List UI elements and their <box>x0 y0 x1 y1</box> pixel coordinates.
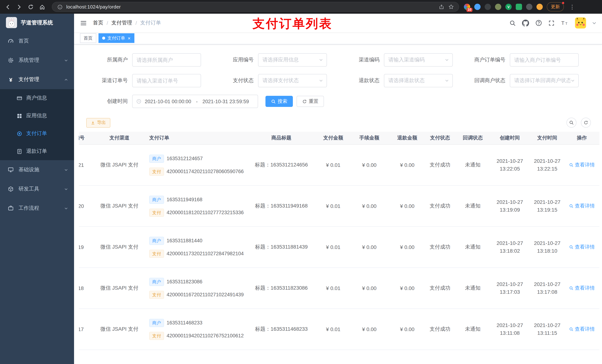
col-refund: 退款金额 <box>391 132 424 145</box>
pay-status-select[interactable]: 请选择支付状态 <box>258 74 327 87</box>
browser-extensions: 10 V 更新 ⋮ <box>464 2 575 11</box>
chevron-up-icon <box>64 77 68 82</box>
merchant-label: 所属商户 <box>92 57 132 63</box>
col-actions: 操作 <box>564 132 599 145</box>
sidebar-item-home[interactable]: 首页 <box>0 31 74 51</box>
breadcrumb-home[interactable]: 首页 <box>93 20 103 26</box>
callback-status-select[interactable]: 请选择订单回调商户状态 <box>510 74 579 87</box>
pay-status-label: 支付状态 <box>218 77 258 84</box>
sidebar-item-refund-order[interactable]: 退款订单 <box>0 142 74 160</box>
close-icon[interactable]: × <box>128 36 130 41</box>
sidebar-item-system[interactable]: 系统管理 <box>0 51 74 70</box>
col-fee: 手续金额 <box>348 132 391 145</box>
channel-code-select[interactable]: 请输入渠道编码 <box>384 53 453 67</box>
avatar[interactable] <box>575 17 586 29</box>
view-detail-link[interactable]: 查看详情 <box>569 244 595 250</box>
font-size-icon[interactable]: TT <box>561 20 569 26</box>
export-button[interactable]: 导出 <box>86 118 110 127</box>
sidebar-toggle-icon[interactable] <box>80 20 87 26</box>
site-info-icon[interactable] <box>57 3 63 10</box>
app-select[interactable]: 请选择应用信息 <box>258 53 327 67</box>
active-tab-dot <box>102 37 105 40</box>
breadcrumb-payment[interactable]: 支付管理 <box>111 20 132 26</box>
channel-code-label: 渠道编码 <box>344 57 384 63</box>
help-icon[interactable] <box>535 20 542 26</box>
back-icon[interactable] <box>4 3 11 10</box>
sidebar-item-dev-tools[interactable]: 研发工具 <box>0 179 74 199</box>
page-annotation: 支付订单列表 <box>252 16 333 32</box>
merchant-order-no-input[interactable] <box>510 53 579 67</box>
target-icon <box>16 131 22 136</box>
merchant-tag: 商户 <box>149 196 164 204</box>
view-detail-link[interactable]: 查看详情 <box>569 203 595 209</box>
breadcrumb-current: 支付订单 <box>140 20 161 26</box>
tab-pay-order[interactable]: 支付订单 × <box>98 33 134 43</box>
col-create-time: 创建时间 <box>489 132 530 145</box>
extension-icon-8[interactable] <box>537 4 543 10</box>
chevron-down-icon <box>445 58 449 62</box>
share-icon[interactable] <box>438 3 445 10</box>
fullscreen-icon[interactable] <box>548 20 555 26</box>
chevron-down-icon <box>64 206 68 210</box>
extension-icon-7[interactable] <box>526 4 532 10</box>
col-id: 编号 <box>79 132 93 145</box>
table-toolbar: 导出 <box>86 118 591 128</box>
browser-menu-icon[interactable]: ⋮ <box>570 3 575 10</box>
channel-order-no-input[interactable] <box>132 74 201 87</box>
view-detail-link[interactable]: 查看详情 <box>569 162 595 168</box>
refresh-button[interactable] <box>581 118 591 128</box>
extension-icon-5[interactable]: V <box>505 4 512 10</box>
view-detail-link[interactable]: 查看详情 <box>569 326 595 333</box>
sidebar-item-pay-order[interactable]: 支付订单 <box>0 125 74 142</box>
browser-update-button[interactable]: 更新 <box>547 2 564 11</box>
caret-down-icon[interactable] <box>592 22 596 24</box>
tags-view: 首页 支付订单 × <box>74 32 602 44</box>
view-detail-link[interactable]: 查看详情 <box>569 285 595 291</box>
toggle-search-button[interactable] <box>567 118 576 128</box>
search-icon[interactable] <box>509 20 516 26</box>
pay-tag: 支付 <box>149 167 164 176</box>
extension-icon-1[interactable]: 10 <box>464 4 470 10</box>
extension-icon-3[interactable] <box>485 4 491 10</box>
payment-submenu: 商户信息 应用信息 支付订单 <box>0 89 74 160</box>
forward-icon[interactable] <box>16 3 22 10</box>
extension-icon-4[interactable] <box>495 4 501 10</box>
extension-icon-2[interactable] <box>474 4 481 10</box>
tab-home[interactable]: 首页 <box>80 33 96 43</box>
table-header-row: 编号 支付渠道 支付订单 商品标题 支付金额 手续金额 退款金额 支付状态 回调… <box>79 132 599 145</box>
address-bar[interactable]: localhost:1024/pay/order <box>52 2 459 12</box>
col-amount: 支付金额 <box>318 132 348 145</box>
bookmark-star-icon[interactable] <box>448 3 454 10</box>
github-icon[interactable] <box>522 20 529 26</box>
sidebar-item-infrastructure[interactable]: 基础设施 <box>0 160 74 179</box>
col-title: 商品标题 <box>244 132 318 145</box>
browser-nav <box>4 3 45 10</box>
reload-icon[interactable] <box>27 3 34 10</box>
refund-status-select[interactable]: 请选择退款状态 <box>384 74 453 87</box>
logo-rabbit-icon <box>6 17 17 28</box>
sidebar-item-merchant-info[interactable]: 商户信息 <box>0 89 74 107</box>
grid-icon <box>16 113 22 119</box>
create-time-range-input[interactable]: 2021-10-01 00:00:00 - 2021-10-31 23:59:5… <box>132 95 258 108</box>
cube-icon <box>7 186 14 192</box>
extension-icon-6[interactable] <box>516 4 522 10</box>
app-label: 应用编号 <box>218 57 258 63</box>
navbar-actions: TT <box>509 17 596 29</box>
url-text[interactable]: localhost:1024/pay/order <box>66 4 435 10</box>
toolbar-right <box>567 118 591 128</box>
top-navbar: 首页 / 支付管理 / 支付订单 支付订单列表 <box>74 14 602 32</box>
breadcrumb: 首页 / 支付管理 / 支付订单 <box>93 20 161 26</box>
merchant-input[interactable] <box>132 53 201 67</box>
chevron-down-icon <box>445 78 449 83</box>
extension-badge: 10 <box>466 8 473 12</box>
sidebar-item-payment[interactable]: ¥ 支付管理 <box>0 70 74 89</box>
orders-table: 编号 支付渠道 支付订单 商品标题 支付金额 手续金额 退款金额 支付状态 回调… <box>79 132 599 364</box>
sidebar-item-workflow[interactable]: 工作流程 <box>0 199 74 218</box>
refund-status-label: 退款状态 <box>344 77 384 84</box>
reset-button[interactable]: 重置 <box>297 96 324 107</box>
app-logo[interactable]: 芋道管理系统 <box>0 14 74 31</box>
sidebar-item-app-info[interactable]: 应用信息 <box>0 107 74 125</box>
search-button[interactable]: 搜索 <box>266 96 293 107</box>
home-icon[interactable] <box>39 3 45 10</box>
sidebar: 芋道管理系统 首页 系统管理 <box>0 14 74 364</box>
